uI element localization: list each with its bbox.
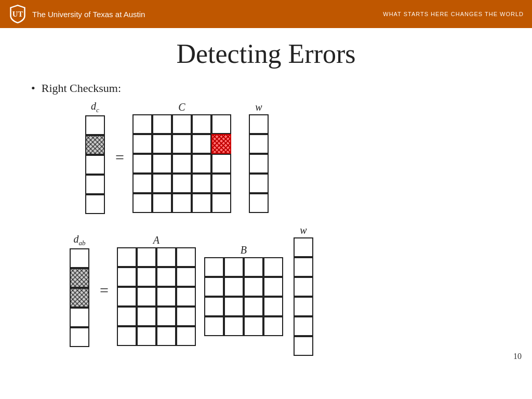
dc-cell-1 [85, 115, 105, 135]
page-number: 10 [513, 352, 522, 361]
bullet-point: • Right Checksum: [31, 82, 501, 95]
dab-group: dab [68, 233, 91, 347]
w-group-top: w [247, 101, 271, 213]
dc-label: dc [91, 100, 99, 114]
header-left: UT The University of Texas at Austin [8, 5, 145, 23]
dab-label: dab [74, 233, 86, 247]
dc-cell-2-hatch [85, 135, 105, 155]
w-label-bottom: w [300, 224, 307, 236]
ut-shield-icon: UT [8, 5, 27, 23]
w-vector-bottom [294, 237, 313, 356]
header-bar: UT The University of Texas at Austin WHA… [0, 0, 532, 28]
top-diagram: dc = C [83, 100, 501, 214]
B-matrix [204, 257, 283, 336]
C-group: C [132, 101, 231, 213]
slide-title: Detecting Errors [31, 38, 501, 69]
C-error-cell [211, 134, 231, 154]
dc-cell-4 [85, 175, 105, 194]
equals-2: = [100, 282, 109, 299]
B-group: B [204, 244, 283, 336]
w-group-bottom: w [291, 224, 315, 356]
header-tagline: WHAT STARTS HERE CHANGES THE WORLD [383, 11, 524, 17]
A-matrix [117, 247, 196, 346]
dab-vector [70, 248, 89, 347]
C-matrix [132, 114, 231, 213]
equals-1: = [115, 149, 124, 166]
dab-cell-hatch [70, 268, 89, 288]
svg-text:UT: UT [12, 10, 23, 18]
university-name: The University of Texas at Austin [32, 10, 145, 19]
w-vector-top [249, 114, 269, 213]
C-label: C [178, 101, 185, 113]
dc-group: dc [83, 100, 107, 214]
A-label: A [153, 234, 159, 246]
slide-content: Detecting Errors • Right Checksum: dc = … [0, 28, 532, 366]
dc-vector [85, 115, 105, 214]
A-group: A [117, 234, 196, 346]
dab-cell-hatch2 [70, 288, 89, 308]
dc-cell-3 [85, 155, 105, 175]
dc-cell-5 [85, 194, 105, 214]
w-label-top: w [255, 101, 262, 113]
B-label: B [241, 244, 247, 256]
bottom-diagram: dab = A [68, 224, 501, 356]
bullet-text: Right Checksum: [42, 82, 121, 95]
bullet-dot: • [31, 82, 35, 95]
